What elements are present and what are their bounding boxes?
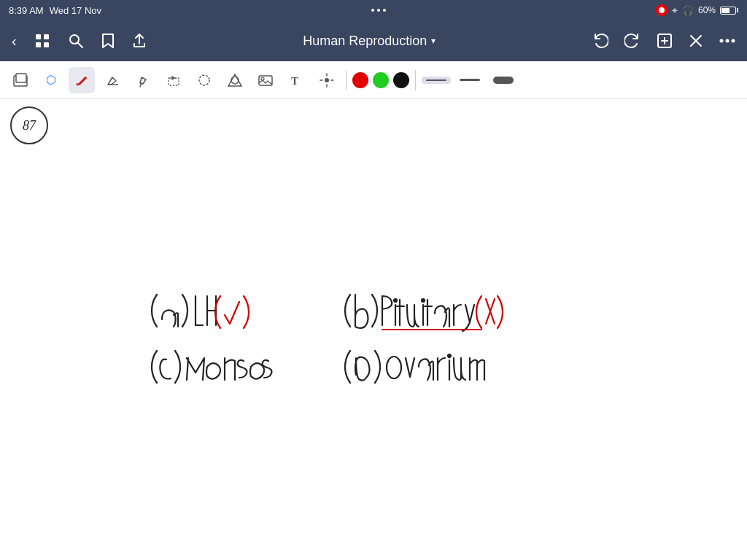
undo-button[interactable]: [589, 30, 611, 52]
separator-2: [415, 70, 416, 90]
answer-c: [152, 351, 271, 383]
separator-1: [346, 70, 347, 90]
grid-button[interactable]: [31, 30, 53, 52]
highlighter-tool[interactable]: [130, 67, 156, 93]
title-bar-center[interactable]: Human Reproduction ▾: [303, 34, 436, 49]
title-bar: ‹ Human Reproduction: [0, 20, 747, 61]
stroke-thin[interactable]: [422, 77, 451, 84]
svg-line-5: [78, 43, 82, 47]
svg-point-4: [70, 35, 79, 44]
bluetooth-tool[interactable]: ⬡: [38, 67, 64, 93]
stroke-thick[interactable]: [489, 74, 518, 87]
svg-rect-3: [44, 42, 49, 47]
color-red[interactable]: [352, 72, 368, 88]
back-button[interactable]: ‹: [9, 30, 20, 52]
svg-rect-1: [44, 34, 49, 39]
title-bar-left[interactable]: ‹: [9, 30, 150, 52]
search-button[interactable]: [65, 30, 87, 52]
document-title: Human Reproduction: [303, 34, 427, 49]
svg-point-11: [720, 39, 724, 43]
svg-point-31: [422, 299, 425, 302]
text-tool[interactable]: T: [283, 67, 309, 93]
selection-tool[interactable]: [160, 67, 187, 93]
recording-indicator: [656, 4, 667, 16]
canvas-area[interactable]: 87: [0, 99, 747, 560]
stroke-medium[interactable]: [455, 76, 484, 84]
battery-icon: [720, 7, 738, 15]
eraser-tool[interactable]: [99, 67, 125, 93]
answer-a-red: [215, 296, 249, 328]
status-bar: 8:39 AM Wed 17 Nov ⌖ 🎧 60%: [0, 0, 747, 20]
layers-tool[interactable]: [7, 67, 34, 93]
svg-point-33: [387, 357, 401, 378]
svg-point-19: [199, 75, 209, 85]
shapes-tool[interactable]: [222, 67, 248, 93]
wifi-icon: ⌖: [672, 4, 678, 17]
title-dropdown-arrow[interactable]: ▾: [431, 36, 436, 46]
svg-point-13: [732, 39, 735, 43]
svg-point-30: [394, 299, 397, 302]
redo-button[interactable]: [622, 30, 643, 52]
close-button[interactable]: [686, 31, 706, 51]
more-options-button[interactable]: [716, 36, 738, 46]
svg-rect-2: [36, 42, 41, 47]
lasso-tool[interactable]: [191, 67, 217, 93]
color-black[interactable]: [393, 72, 409, 88]
dot3: [383, 9, 386, 12]
battery-percent: 60%: [698, 5, 716, 15]
time: 8:39 AM: [9, 5, 44, 16]
dot1: [371, 9, 374, 12]
svg-point-34: [448, 354, 451, 357]
svg-rect-15: [16, 74, 26, 82]
image-tool[interactable]: [252, 67, 279, 93]
headphone-icon: 🎧: [682, 5, 694, 16]
share-button[interactable]: [129, 30, 150, 52]
svg-rect-22: [259, 76, 272, 85]
svg-point-21: [231, 77, 239, 84]
dot2: [377, 9, 380, 12]
add-page-button[interactable]: [654, 30, 676, 52]
svg-rect-0: [36, 34, 41, 39]
handwritten-svg: [0, 99, 747, 560]
spotlight-tool[interactable]: [314, 67, 340, 93]
svg-text:T: T: [291, 75, 298, 87]
status-left: 8:39 AM Wed 17 Nov: [9, 5, 101, 16]
status-right: ⌖ 🎧 60%: [656, 4, 738, 17]
status-center: [371, 9, 386, 12]
pen-tool[interactable]: [69, 67, 95, 93]
svg-point-25: [325, 78, 329, 82]
svg-point-12: [726, 39, 729, 43]
bookmark-button[interactable]: [98, 30, 117, 52]
answer-a: [152, 295, 216, 327]
answer-b: [345, 295, 474, 331]
color-green[interactable]: [373, 72, 389, 88]
title-bar-right[interactable]: [589, 30, 738, 52]
date: Wed 17 Nov: [50, 5, 101, 16]
toolbar: ⬡: [0, 61, 747, 99]
answer-d: [345, 351, 484, 383]
